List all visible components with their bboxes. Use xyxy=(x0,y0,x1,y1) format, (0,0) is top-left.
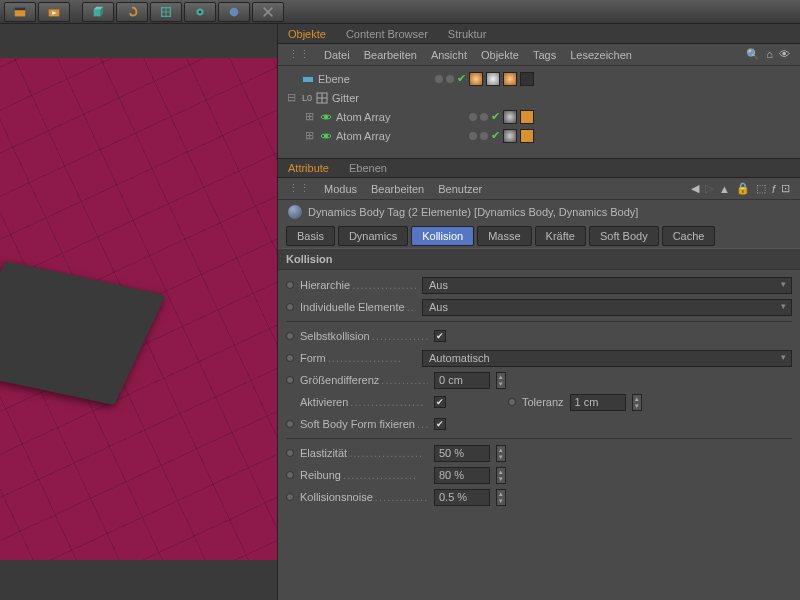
checkbox-softbodyfix[interactable]: ✔ xyxy=(434,418,446,430)
menu-bearbeiten-attr[interactable]: Bearbeiten xyxy=(371,183,424,195)
vis-dot[interactable] xyxy=(480,132,488,140)
tool-sphere[interactable] xyxy=(218,2,250,22)
dropdown-form[interactable]: Automatisch xyxy=(422,350,792,367)
menu-tags[interactable]: Tags xyxy=(533,49,556,61)
anim-bullet[interactable] xyxy=(286,493,294,501)
material-tag[interactable] xyxy=(503,72,517,86)
subtab-cache[interactable]: Cache xyxy=(662,226,716,246)
check-icon[interactable]: ✔ xyxy=(491,129,500,142)
viewport-3d[interactable] xyxy=(0,24,278,600)
subtab-basis[interactable]: Basis xyxy=(286,226,335,246)
menu-objekte[interactable]: Objekte xyxy=(481,49,519,61)
subtab-kollision[interactable]: Kollision xyxy=(411,226,474,246)
anim-bullet[interactable] xyxy=(508,398,516,406)
input-elastizitaet[interactable]: 50 % xyxy=(434,445,490,462)
tool-spiral[interactable] xyxy=(116,2,148,22)
anim-bullet[interactable] xyxy=(286,420,294,428)
input-groessendiff[interactable]: 0 cm xyxy=(434,372,490,389)
material-tag[interactable] xyxy=(469,72,483,86)
tool-cage[interactable] xyxy=(150,2,182,22)
tool-clapperboard-play[interactable] xyxy=(38,2,70,22)
subtab-dynamics[interactable]: Dynamics xyxy=(338,226,408,246)
input-kollisionsnoise[interactable]: 0.5 % xyxy=(434,489,490,506)
anim-bullet[interactable] xyxy=(286,354,294,362)
menu-modus[interactable]: Modus xyxy=(324,183,357,195)
anim-bullet[interactable] xyxy=(286,376,294,384)
subtab-kraefte[interactable]: Kräfte xyxy=(535,226,586,246)
tool-gear[interactable] xyxy=(184,2,216,22)
anim-bullet[interactable] xyxy=(286,303,294,311)
fn-icon[interactable]: f xyxy=(772,183,775,195)
tag-icon[interactable] xyxy=(520,129,534,143)
check-icon[interactable]: ✔ xyxy=(491,110,500,123)
dynamics-tag[interactable] xyxy=(503,129,517,143)
collapse-icon[interactable]: ⊟ xyxy=(284,91,298,104)
object-name[interactable]: Gitter xyxy=(332,92,359,104)
anim-bullet[interactable] xyxy=(286,332,294,340)
search-icon[interactable]: 🔍 xyxy=(746,48,760,61)
dropdown-hierarchie[interactable]: Aus xyxy=(422,277,792,294)
object-panel-tabs: Objekte Content Browser Struktur xyxy=(278,24,800,44)
spinner[interactable]: ▴▾ xyxy=(496,489,506,506)
object-name[interactable]: Atom Array xyxy=(336,130,390,142)
tag-icon[interactable] xyxy=(520,72,534,86)
anim-bullet[interactable] xyxy=(286,281,294,289)
vis-dot[interactable] xyxy=(480,113,488,121)
material-tag[interactable] xyxy=(486,72,500,86)
spinner[interactable]: ▴▾ xyxy=(496,372,506,389)
nav-up-icon[interactable]: ▲ xyxy=(719,183,730,195)
check-icon[interactable]: ✔ xyxy=(457,72,466,85)
spinner[interactable]: ▴▾ xyxy=(496,467,506,484)
expand-icon[interactable]: ⊞ xyxy=(302,110,316,123)
input-toleranz[interactable]: 1 cm xyxy=(570,394,626,411)
subtab-masse[interactable]: Masse xyxy=(477,226,531,246)
nav-back-icon[interactable]: ◀ xyxy=(691,182,699,195)
tool-cube[interactable] xyxy=(82,2,114,22)
dynamics-tag[interactable] xyxy=(503,110,517,124)
view-icon[interactable]: 👁 xyxy=(779,48,790,61)
grid-icon xyxy=(316,92,328,104)
new-icon[interactable]: ⬚ xyxy=(756,182,766,195)
checkbox-aktivieren[interactable]: ✔ xyxy=(434,396,446,408)
subtab-softbody[interactable]: Soft Body xyxy=(589,226,659,246)
svg-point-11 xyxy=(199,10,202,13)
lock-icon[interactable]: 🔒 xyxy=(736,182,750,195)
tag-icon[interactable] xyxy=(520,110,534,124)
tab-attribute[interactable]: Attribute xyxy=(278,159,339,177)
anim-bullet[interactable] xyxy=(286,449,294,457)
checkbox-selbstkollision[interactable]: ✔ xyxy=(434,330,446,342)
home-icon[interactable]: ⌂ xyxy=(766,48,773,61)
vis-dot[interactable] xyxy=(469,113,477,121)
tool-clapperboard[interactable] xyxy=(4,2,36,22)
spinner[interactable]: ▴▾ xyxy=(632,394,642,411)
object-name[interactable]: Atom Array xyxy=(336,111,390,123)
expand-icon[interactable]: ⊞ xyxy=(302,129,316,142)
maximize-icon[interactable]: ⊡ xyxy=(781,182,790,195)
dropdown-individuelle[interactable]: Aus xyxy=(422,299,792,316)
nav-fwd-icon[interactable]: ▷ xyxy=(705,182,713,195)
menu-bearbeiten[interactable]: Bearbeiten xyxy=(364,49,417,61)
object-row-atom-2[interactable]: ⊞ Atom Array ✔ xyxy=(284,126,794,145)
menu-benutzer[interactable]: Benutzer xyxy=(438,183,482,195)
input-reibung[interactable]: 80 % xyxy=(434,467,490,484)
tab-content-browser[interactable]: Content Browser xyxy=(336,25,438,43)
tab-struktur[interactable]: Struktur xyxy=(438,25,497,43)
label-form: Form xyxy=(300,352,416,364)
vis-dot[interactable] xyxy=(435,75,443,83)
object-tree[interactable]: Ebene ✔ ⊟ L0 Gitter xyxy=(278,66,800,158)
vis-dot[interactable] xyxy=(446,75,454,83)
menu-datei[interactable]: Datei xyxy=(324,49,350,61)
menu-lesezeichen[interactable]: Lesezeichen xyxy=(570,49,632,61)
viewport-canvas[interactable] xyxy=(0,58,277,560)
spinner[interactable]: ▴▾ xyxy=(496,445,506,462)
object-row-gitter[interactable]: ⊟ L0 Gitter xyxy=(284,88,794,107)
object-row-atom-1[interactable]: ⊞ Atom Array ✔ xyxy=(284,107,794,126)
object-name[interactable]: Ebene xyxy=(318,73,350,85)
tool-cut[interactable] xyxy=(252,2,284,22)
tab-ebenen[interactable]: Ebenen xyxy=(339,159,397,177)
anim-bullet[interactable] xyxy=(286,471,294,479)
tab-objekte[interactable]: Objekte xyxy=(278,25,336,43)
menu-ansicht[interactable]: Ansicht xyxy=(431,49,467,61)
vis-dot[interactable] xyxy=(469,132,477,140)
object-row-ebene[interactable]: Ebene ✔ xyxy=(284,69,794,88)
